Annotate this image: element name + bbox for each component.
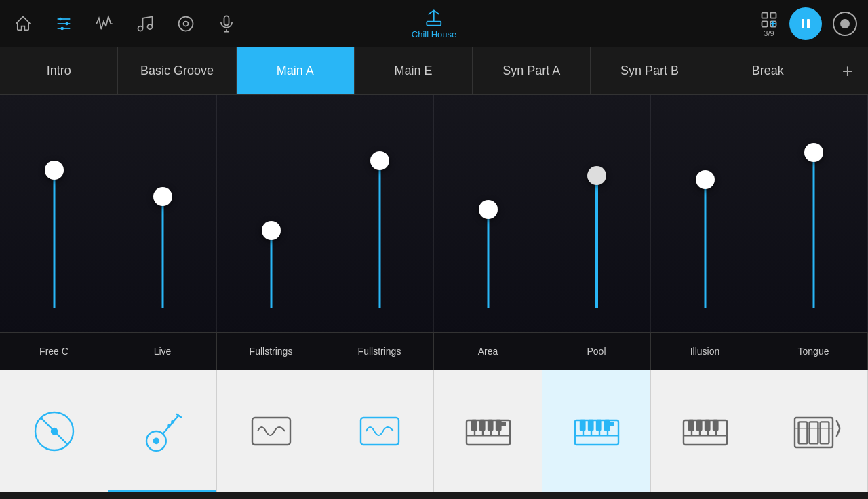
- instrument-fullstrings-1[interactable]: [217, 370, 326, 492]
- svg-rect-13: [427, 21, 441, 25]
- fader-handle-fullstrings-1[interactable]: [262, 221, 281, 240]
- fader-fill-area: [487, 206, 489, 308]
- section-tabs: Intro Basic Groove Main A Main E Syn Par…: [0, 47, 868, 95]
- mic-icon[interactable]: [214, 12, 239, 36]
- fader-fill-pool: [595, 172, 598, 308]
- fader-fill-illusion: [704, 176, 706, 308]
- tab-intro[interactable]: Intro: [0, 47, 118, 94]
- waveform-icon[interactable]: [92, 12, 117, 36]
- fader-handle-tongue[interactable]: [804, 143, 823, 162]
- loop-icon[interactable]: [174, 12, 198, 36]
- channel-pool: for(let i=0;i<55;i++) document.write('<d…: [542, 95, 651, 332]
- fader-tongue[interactable]: for(let i=0;i<55;i++) document.write('<d…: [793, 119, 834, 308]
- instrument-live[interactable]: [108, 370, 217, 492]
- topbar: Chill House 3/9: [0, 0, 868, 47]
- svg-rect-37: [480, 420, 484, 430]
- svg-rect-38: [488, 420, 492, 430]
- instrument-illusion[interactable]: [651, 370, 760, 492]
- svg-rect-62: [705, 420, 709, 430]
- home-icon[interactable]: [11, 12, 35, 36]
- svg-rect-19: [807, 19, 810, 28]
- svg-rect-67: [820, 422, 829, 443]
- instrument-fullstrings-2[interactable]: [326, 370, 434, 492]
- fader-handle-live[interactable]: [153, 187, 172, 206]
- fader-fill-live: [161, 191, 163, 308]
- fader-handle-area[interactable]: [479, 200, 498, 219]
- record-button[interactable]: [833, 12, 857, 36]
- svg-point-8: [179, 17, 193, 31]
- instrument-tongue[interactable]: [760, 370, 868, 492]
- svg-rect-66: [809, 422, 818, 443]
- svg-rect-36: [472, 420, 476, 430]
- svg-rect-41: [502, 423, 505, 425]
- svg-rect-18: [802, 19, 804, 28]
- label-fullstrings-1: Fullstrings: [217, 333, 326, 370]
- fader-fullstrings-1[interactable]: for(let i=0;i<55;i++) document.write('<d…: [251, 119, 292, 308]
- record-indicator: [840, 19, 850, 28]
- tab-main-a[interactable]: Main A: [237, 47, 355, 94]
- svg-rect-14: [762, 13, 768, 18]
- mixer-icon[interactable]: [52, 12, 76, 36]
- fader-pool[interactable]: for(let i=0;i<55;i++) document.write('<d…: [576, 119, 617, 308]
- channel-labels-row: Free C Live Fullstrings Fullstrings Area…: [0, 332, 868, 370]
- channel-fullstrings-2: for(let i=0;i<55;i++) document.write('<d…: [326, 95, 434, 332]
- tab-break[interactable]: Break: [709, 47, 827, 94]
- fader-handle-fullstrings-2[interactable]: [370, 151, 389, 170]
- fader-illusion[interactable]: for(let i=0;i<55;i++) document.write('<d…: [685, 119, 726, 308]
- fader-area[interactable]: for(let i=0;i<55;i++) document.write('<d…: [468, 119, 509, 308]
- svg-point-7: [148, 24, 153, 29]
- svg-rect-50: [597, 420, 601, 430]
- svg-line-69: [836, 420, 840, 428]
- svg-rect-10: [224, 16, 229, 25]
- notes-icon[interactable]: [133, 12, 157, 36]
- fader-fill-tongue: [812, 149, 814, 308]
- fader-fill-free-c: [53, 166, 55, 308]
- fader-fill-fullstrings-2: [378, 157, 380, 308]
- fader-handle-free-c[interactable]: [45, 161, 64, 180]
- track-count: 3/9: [764, 29, 774, 37]
- svg-rect-48: [580, 420, 585, 430]
- fader-handle-pool[interactable]: [587, 166, 606, 185]
- label-live: Live: [108, 333, 217, 370]
- song-title-button[interactable]: Chill House: [412, 9, 456, 39]
- channel-free-c: for(let i=0;i<55;i++) document.write('<d…: [0, 95, 108, 332]
- channel-illusion: for(let i=0;i<55;i++) document.write('<d…: [651, 95, 760, 332]
- mixer-area: for(let i=0;i<55;i++) document.write('<d…: [0, 95, 868, 332]
- instrument-area[interactable]: [434, 370, 542, 492]
- label-illusion: Illusion: [651, 333, 760, 370]
- channel-live: for(let i=0;i<55;i++) document.write('<d…: [108, 95, 217, 332]
- tab-main-e[interactable]: Main E: [355, 47, 473, 94]
- svg-point-4: [65, 22, 68, 26]
- topbar-right: 3/9: [760, 7, 857, 40]
- instrument-free-c[interactable]: [0, 370, 108, 492]
- svg-rect-49: [589, 420, 593, 430]
- track-counter[interactable]: 3/9: [760, 10, 778, 37]
- fader-handle-illusion[interactable]: [696, 170, 715, 189]
- svg-point-22: [52, 428, 57, 434]
- instruments-row: [0, 370, 868, 492]
- fader-fullstrings-2[interactable]: for(let i=0;i<55;i++) document.write('<d…: [359, 119, 400, 308]
- instrument-bar-live: [108, 490, 216, 492]
- channel-fullstrings-1: for(let i=0;i<55;i++) document.write('<d…: [217, 95, 326, 332]
- svg-rect-15: [770, 13, 776, 18]
- svg-rect-60: [689, 420, 693, 430]
- nav-icons: [11, 12, 239, 36]
- channel-tongue: for(let i=0;i<55;i++) document.write('<d…: [760, 95, 868, 332]
- play-button[interactable]: [789, 7, 822, 40]
- svg-point-5: [60, 27, 64, 31]
- svg-point-26: [167, 424, 171, 427]
- instrument-pool[interactable]: [542, 370, 651, 492]
- label-fullstrings-2: Fullstrings: [326, 333, 434, 370]
- fader-free-c[interactable]: for(let i=0;i<55;i++) document.write('<d…: [34, 119, 75, 308]
- fader-live[interactable]: for(let i=0;i<55;i++) document.write('<d…: [142, 119, 183, 308]
- svg-rect-16: [762, 21, 768, 26]
- add-tab-button[interactable]: +: [827, 47, 868, 94]
- svg-rect-53: [610, 423, 614, 425]
- svg-point-6: [138, 26, 143, 31]
- tab-basic-groove[interactable]: Basic Groove: [118, 47, 236, 94]
- tab-syn-part-b[interactable]: Syn Part B: [591, 47, 709, 94]
- svg-point-9: [184, 22, 189, 26]
- svg-point-27: [171, 420, 174, 424]
- svg-rect-61: [697, 420, 701, 430]
- tab-syn-part-a[interactable]: Syn Part A: [473, 47, 591, 94]
